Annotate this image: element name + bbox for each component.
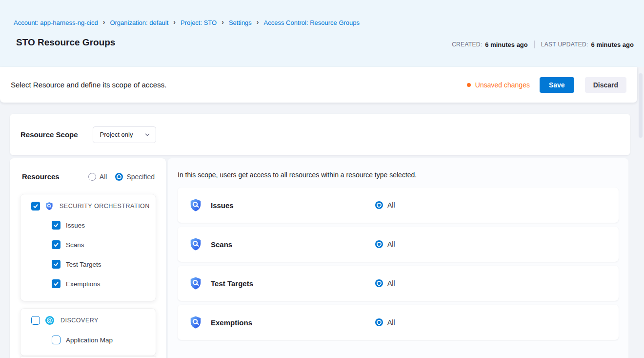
breadcrumb-account[interactable]: Account: app-harness-ng-cicd [14, 19, 98, 26]
resource-group-security-orchestration: SECURITY ORCHESTRATION Issues Scans [20, 194, 156, 301]
radio-checked-icon[interactable] [375, 318, 383, 326]
resource-card-title: Test Targets [211, 279, 253, 288]
access-label: All [387, 240, 395, 248]
resource-item-label: Test Targets [66, 261, 101, 268]
resource-card-exemptions: Exemptions All [178, 305, 619, 340]
resource-card-issues: Issues All [178, 188, 619, 223]
checkbox-scans[interactable] [52, 240, 60, 249]
group-children: Application Map [52, 336, 156, 344]
checkbox-discovery[interactable] [31, 316, 40, 325]
group-label: SECURITY ORCHESTRATION [60, 203, 150, 210]
radio-specified-label: Specified [126, 173, 155, 181]
checkbox-exemptions[interactable] [52, 279, 60, 288]
access-radio-all[interactable]: All [375, 240, 395, 248]
action-bar: Select Resource and define its scope of … [0, 67, 637, 103]
page-title: STO Resource Groups [16, 37, 115, 48]
page-header: Account: app-harness-ng-cicd › Organizat… [0, 0, 644, 67]
radio-unchecked-icon[interactable] [88, 173, 96, 181]
group-header: SECURITY ORCHESTRATION [31, 202, 156, 211]
access-radio-all[interactable]: All [375, 279, 395, 287]
breadcrumb-access-control[interactable]: Access Control: Resource Groups [264, 19, 360, 26]
resource-item-issues: Issues [52, 221, 156, 230]
created-label: CREATED: [452, 41, 482, 48]
save-button[interactable]: Save [540, 77, 574, 93]
created-value: 6 minutes ago [485, 41, 527, 48]
resource-card-title: Exemptions [211, 318, 252, 327]
resource-card-title: Issues [211, 201, 234, 210]
check-icon [53, 222, 59, 228]
vertical-scrollbar[interactable] [639, 73, 643, 138]
resource-card-title: Scans [211, 240, 232, 249]
resource-item-test-targets: Test Targets [52, 260, 156, 269]
resource-item-scans: Scans [52, 240, 156, 249]
breadcrumb-organization[interactable]: Organization: default [110, 19, 168, 26]
unsaved-changes-label: Unsaved changes [475, 81, 530, 89]
access-radio-all[interactable]: All [375, 318, 395, 326]
group-label: DISCOVERY [60, 317, 99, 324]
checkbox-test-targets[interactable] [52, 260, 60, 269]
radio-all[interactable]: All [88, 173, 107, 181]
checkbox-application-map[interactable] [52, 336, 60, 344]
discard-button[interactable]: Discard [585, 77, 626, 93]
resource-scope-card: Resource Scope Project only [10, 114, 630, 155]
resource-item-label: Application Map [66, 337, 113, 344]
resource-scope-value: Project only [100, 131, 133, 138]
scope-description: In this scope, users get access to all r… [178, 171, 417, 179]
breadcrumb-project[interactable]: Project: STO [181, 19, 217, 26]
check-icon [53, 242, 59, 248]
chevron-down-icon [144, 132, 150, 138]
check-icon [33, 203, 39, 209]
check-icon [53, 281, 59, 287]
resource-scope-label: Resource Scope [20, 130, 78, 139]
page: Account: app-harness-ng-cicd › Organizat… [0, 0, 644, 358]
header-meta: CREATED: 6 minutes ago LAST UPDATED: 6 m… [452, 41, 634, 48]
chevron-right-icon: › [257, 18, 259, 26]
resource-card-scans: Scans All [178, 227, 619, 262]
radio-checked-icon[interactable] [115, 173, 123, 181]
access-label: All [387, 318, 395, 326]
sto-shield-icon [189, 316, 202, 329]
last-updated-label: LAST UPDATED: [541, 41, 588, 48]
radio-all-label: All [100, 173, 107, 181]
checkbox-security-orchestration[interactable] [31, 202, 40, 211]
resource-scope-select[interactable]: Project only [93, 126, 156, 143]
discovery-icon [45, 316, 55, 325]
resources-panel: Resources All Specified [10, 158, 166, 358]
resources-title: Resources [22, 172, 60, 181]
radio-checked-icon[interactable] [375, 279, 383, 287]
action-bar-description: Select Resource and define its scope of … [11, 81, 166, 89]
checkbox-issues[interactable] [52, 221, 60, 230]
radio-checked-icon[interactable] [375, 240, 383, 248]
resource-item-application-map: Application Map [52, 336, 156, 344]
sto-shield-icon [189, 276, 202, 290]
resource-item-label: Issues [66, 222, 85, 229]
sto-shield-icon [45, 202, 54, 211]
check-icon [53, 261, 59, 267]
chevron-right-icon: › [173, 18, 176, 26]
group-header: DISCOVERY [31, 316, 156, 325]
meta-divider [534, 41, 535, 48]
breadcrumb-settings[interactable]: Settings [229, 19, 252, 26]
sto-shield-icon [189, 237, 202, 251]
chevron-right-icon: › [103, 18, 105, 26]
access-radio-all[interactable]: All [375, 201, 395, 209]
resource-item-label: Exemptions [66, 280, 101, 288]
unsaved-dot-icon [467, 83, 471, 87]
resources-filter-radio-group: All Specified [88, 173, 155, 181]
resource-item-exemptions: Exemptions [52, 279, 156, 288]
radio-specified[interactable]: Specified [115, 173, 155, 181]
group-children: Issues Scans Test Targets [52, 221, 156, 288]
sto-shield-icon [189, 198, 202, 212]
resource-group-discovery: DISCOVERY Application Map [20, 309, 156, 356]
chevron-right-icon: › [221, 18, 224, 26]
resources-header: Resources All Specified [10, 158, 166, 181]
action-bar-actions: Unsaved changes Save Discard [467, 77, 626, 93]
resource-card-test-targets: Test Targets All [178, 266, 619, 301]
radio-checked-icon[interactable] [375, 201, 383, 209]
access-label: All [387, 279, 395, 287]
last-updated-value: 6 minutes ago [591, 41, 634, 48]
access-label: All [387, 201, 395, 209]
breadcrumb: Account: app-harness-ng-cicd › Organizat… [14, 19, 360, 26]
resource-item-label: Scans [66, 241, 84, 249]
scope-detail-panel: In this scope, users get access to all r… [168, 158, 628, 358]
